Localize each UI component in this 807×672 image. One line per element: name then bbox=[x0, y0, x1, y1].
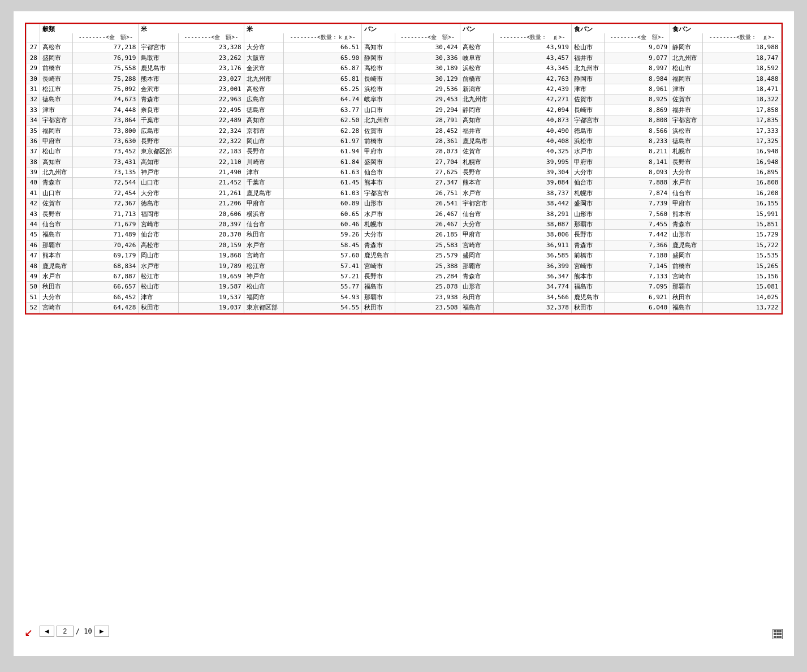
cell-city4: 高松市 bbox=[362, 63, 395, 74]
cell-val2: 22,110 bbox=[178, 157, 244, 167]
col-rownum-sub bbox=[26, 33, 40, 42]
cell-val3: 57.41 bbox=[284, 261, 362, 271]
cell-city1: 前橋市 bbox=[40, 63, 73, 74]
cell-val1: 77,218 bbox=[73, 42, 139, 53]
cell-val5: 36,399 bbox=[493, 261, 571, 271]
cell-city5: 宮崎市 bbox=[460, 240, 493, 250]
table-row: 50 秋田市 66,657 松山市 19,587 松山市 55.77 福島市 2… bbox=[26, 282, 781, 292]
cell-city5: 甲府市 bbox=[460, 230, 493, 240]
cell-val6: 8,566 bbox=[605, 126, 670, 136]
cell-val3: 61.97 bbox=[284, 136, 362, 146]
next-page-button[interactable]: ► bbox=[94, 626, 109, 637]
cell-city2: 松山市 bbox=[139, 282, 179, 292]
col-kokuruui-val-sub: --------<金 額>- bbox=[73, 33, 139, 42]
cell-val2: 21,490 bbox=[178, 167, 244, 178]
cell-city3: 長野市 bbox=[244, 147, 284, 157]
cell-val6: 7,560 bbox=[605, 209, 670, 219]
cell-city5: 水戸市 bbox=[460, 188, 493, 198]
cell-val7: 17,333 bbox=[703, 126, 781, 136]
cell-val4: 26,541 bbox=[395, 199, 460, 209]
cell-city6: 長崎市 bbox=[571, 105, 604, 115]
cell-val1: 71,713 bbox=[73, 209, 139, 219]
cell-city5: 佐賀市 bbox=[460, 147, 493, 157]
cell-city2: 高知市 bbox=[139, 157, 179, 167]
table-body: 27 高松市 77,218 宇都宮市 23,328 大分市 66.51 高知市 … bbox=[26, 42, 781, 313]
cell-val6: 7,442 bbox=[605, 230, 670, 240]
prev-page-button[interactable]: ◄ bbox=[40, 626, 54, 637]
cell-city5: 宇都宮市 bbox=[460, 199, 493, 209]
cell-val6: 7,133 bbox=[605, 271, 670, 281]
cell-val6: 7,874 bbox=[605, 188, 670, 198]
cell-val6: 9,077 bbox=[605, 53, 670, 63]
cell-val2: 23,262 bbox=[178, 53, 244, 63]
cell-city2: 宇都宮市 bbox=[139, 42, 179, 53]
cell-city7: 熊本市 bbox=[670, 209, 703, 219]
cell-city6: 大分市 bbox=[571, 167, 604, 178]
cell-city1: 大分市 bbox=[40, 292, 73, 302]
cell-city4: 佐賀市 bbox=[362, 126, 395, 136]
cell-city7: 宇都宮市 bbox=[670, 115, 703, 126]
cell-city6: 浜松市 bbox=[571, 136, 604, 146]
cell-val3: 60.89 bbox=[284, 199, 362, 209]
cell-city2: 青森市 bbox=[139, 94, 179, 105]
cell-city4: 長野市 bbox=[362, 271, 395, 281]
col-kome2-city-sub bbox=[244, 33, 284, 42]
cell-city2: 神戸市 bbox=[139, 167, 179, 178]
cell-val5: 42,271 bbox=[493, 94, 571, 105]
cell-val1: 64,428 bbox=[73, 303, 139, 313]
cell-city3: 高知市 bbox=[244, 115, 284, 126]
cell-city7: 福岡市 bbox=[670, 74, 703, 84]
cell-city2: 松江市 bbox=[139, 271, 179, 281]
cell-city1: 松山市 bbox=[40, 147, 73, 157]
cell-city6: 鹿児島市 bbox=[571, 292, 604, 302]
cell-val1: 70,426 bbox=[73, 240, 139, 250]
cell-city3: 福岡市 bbox=[244, 292, 284, 302]
cell-val7: 15,991 bbox=[703, 209, 781, 219]
arrow-icon: ↙ bbox=[25, 623, 33, 639]
cell-city2: 東京都区部 bbox=[139, 147, 179, 157]
cell-city1: 宇都宮市 bbox=[40, 115, 73, 126]
cell-city5: 盛岡市 bbox=[460, 251, 493, 261]
col-pan2-val-sub: --------<数量： ｇ>- bbox=[493, 33, 571, 42]
cell-val1: 72,367 bbox=[73, 199, 139, 209]
cell-city5: 鹿児島市 bbox=[460, 136, 493, 146]
page-number-input[interactable] bbox=[57, 626, 74, 637]
cell-val7: 18,488 bbox=[703, 74, 781, 84]
cell-val7: 16,895 bbox=[703, 167, 781, 178]
cell-val1: 75,558 bbox=[73, 63, 139, 74]
cell-city1: 松江市 bbox=[40, 84, 73, 94]
cell-city3: 千葉市 bbox=[244, 178, 284, 188]
cell-val6: 8,141 bbox=[605, 157, 670, 167]
cell-city1: 青森市 bbox=[40, 178, 73, 188]
table-row: 29 前橋市 75,558 鹿児島市 23,176 金沢市 65.87 高松市 … bbox=[26, 63, 781, 74]
cell-city3: 高松市 bbox=[244, 84, 284, 94]
cell-val7: 18,747 bbox=[703, 53, 781, 63]
cell-city6: 青森市 bbox=[571, 240, 604, 250]
cell-city2: 津市 bbox=[139, 292, 179, 302]
cell-city4: 浜松市 bbox=[362, 84, 395, 94]
cell-val6: 8,211 bbox=[605, 147, 670, 157]
cell-val3: 62.50 bbox=[284, 115, 362, 126]
page-total-label: / 10 bbox=[76, 627, 92, 635]
grid-view-icon[interactable] bbox=[773, 629, 783, 639]
cell-val4: 30,424 bbox=[395, 42, 460, 53]
cell-city7: 甲府市 bbox=[670, 199, 703, 209]
cell-val4: 26,467 bbox=[395, 219, 460, 230]
cell-val6: 7,455 bbox=[605, 219, 670, 230]
cell-city6: 福井市 bbox=[571, 53, 604, 63]
cell-city7: 宮崎市 bbox=[670, 271, 703, 281]
cell-city6: 津市 bbox=[571, 84, 604, 94]
col-pan-header: パン bbox=[362, 24, 460, 34]
cell-city4: 熊本市 bbox=[362, 178, 395, 188]
cell-val3: 57.60 bbox=[284, 251, 362, 261]
cell-val1: 66,657 bbox=[73, 282, 139, 292]
cell-city4: 宮崎市 bbox=[362, 261, 395, 271]
cell-city1: 高松市 bbox=[40, 42, 73, 53]
cell-val2: 20,370 bbox=[178, 230, 244, 240]
cell-city7: 長野市 bbox=[670, 157, 703, 167]
cell-city7: 松山市 bbox=[670, 63, 703, 74]
cell-val7: 16,808 bbox=[703, 178, 781, 188]
header-row-detail: --------<金 額>- --------<金 額>- --------<数… bbox=[26, 33, 781, 42]
cell-city5: 岐阜市 bbox=[460, 53, 493, 63]
footer: ↙ ◄ / 10 ► bbox=[25, 623, 109, 639]
